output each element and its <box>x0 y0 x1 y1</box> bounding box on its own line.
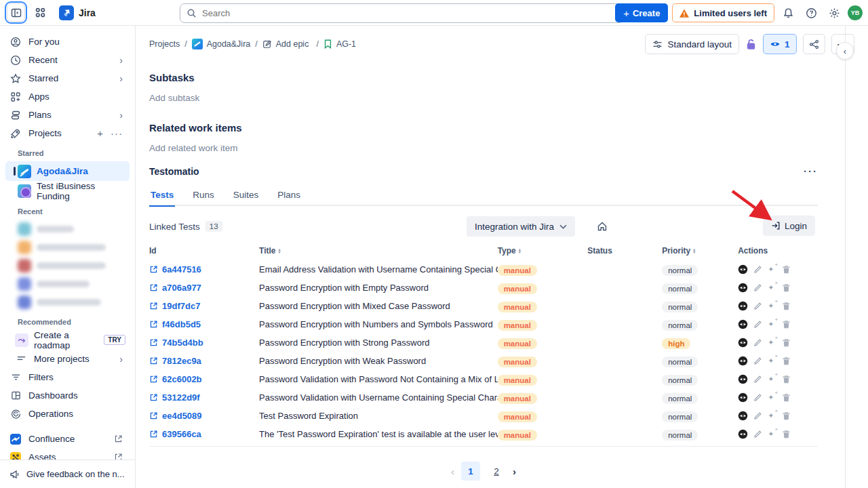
test-id-link[interactable]: 639566ca <box>149 429 259 439</box>
projects-more-icon[interactable]: ··· <box>111 127 123 139</box>
column-header-id[interactable]: Id <box>149 246 259 256</box>
delete-test-button[interactable] <box>782 393 791 403</box>
avatar[interactable]: YB <box>848 5 863 20</box>
app-switcher-button[interactable] <box>31 3 50 22</box>
sidebar-item-apps[interactable]: Apps <box>5 87 130 106</box>
login-button[interactable]: Login <box>763 216 815 236</box>
sidebar-item-dashboards[interactable]: Dashboards <box>5 386 130 405</box>
tab-tests[interactable]: Tests <box>149 187 175 207</box>
search-input[interactable] <box>180 3 624 23</box>
ai-sparkle-button[interactable]: ✦ <box>768 283 776 292</box>
collapse-panel-button[interactable]: ‹ <box>836 42 854 60</box>
test-id-link[interactable]: 19df7dc7 <box>149 301 259 311</box>
column-header-status[interactable]: Status <box>587 246 662 256</box>
sidebar-item-recent[interactable]: Recent › <box>5 51 130 69</box>
view-test-button[interactable] <box>738 392 748 403</box>
breadcrumb-add-epic[interactable]: Add epic <box>262 39 309 49</box>
edit-test-button[interactable] <box>753 411 762 420</box>
add-project-icon[interactable]: + <box>97 127 104 139</box>
recent-project-item[interactable] <box>5 274 130 293</box>
edit-test-button[interactable] <box>753 375 762 384</box>
edit-test-button[interactable] <box>753 430 762 439</box>
breadcrumb-project[interactable]: Agoda&Jira <box>192 39 251 49</box>
tab-suites[interactable]: Suites <box>232 187 260 205</box>
edit-test-button[interactable] <box>753 338 762 347</box>
edit-test-button[interactable] <box>753 283 762 292</box>
view-test-button[interactable] <box>738 283 748 293</box>
unlock-button[interactable] <box>745 39 757 50</box>
sidebar-item-more-projects[interactable]: More projects › <box>5 350 130 368</box>
test-id-link[interactable]: 62c6002b <box>149 374 259 384</box>
sidebar-item-projects[interactable]: Projects +··· <box>5 124 130 142</box>
sidebar-project-test-ibusiness[interactable]: Test iBusiness Funding <box>5 181 130 201</box>
edit-test-button[interactable] <box>753 320 762 329</box>
sidebar-item-filters[interactable]: Filters <box>5 368 130 386</box>
test-id-link[interactable]: a706a977 <box>149 283 259 293</box>
delete-test-button[interactable] <box>782 283 791 293</box>
edit-test-button[interactable] <box>753 357 762 365</box>
home-button[interactable] <box>597 221 608 232</box>
sidebar-item-plans[interactable]: Plans › <box>5 106 130 124</box>
share-button[interactable] <box>803 34 825 54</box>
create-button[interactable]: + Create <box>615 3 668 22</box>
delete-test-button[interactable] <box>782 430 791 439</box>
delete-test-button[interactable] <box>782 302 791 311</box>
ai-sparkle-button[interactable]: ✦ <box>768 265 776 274</box>
column-header-title[interactable]: Title▴▾ <box>259 246 498 256</box>
add-subtask-button[interactable]: Add subtask <box>149 93 818 103</box>
recent-project-item[interactable] <box>5 220 130 238</box>
tab-runs[interactable]: Runs <box>191 187 216 205</box>
delete-test-button[interactable] <box>782 338 791 348</box>
sidebar-item-starred[interactable]: Starred › <box>5 69 130 87</box>
delete-test-button[interactable] <box>782 320 791 329</box>
view-test-button[interactable] <box>738 356 748 366</box>
pagination-page-1[interactable]: 1 <box>461 462 480 481</box>
view-test-button[interactable] <box>738 338 748 348</box>
sidebar-item-create-roadmap[interactable]: ⤳ Create a roadmap TRY <box>5 330 130 350</box>
give-feedback-button[interactable]: Give feedback on the n... <box>0 460 135 488</box>
ai-sparkle-button[interactable]: ✦ <box>768 320 776 329</box>
edit-test-button[interactable] <box>753 265 762 274</box>
recent-project-item[interactable] <box>5 238 130 256</box>
view-test-button[interactable] <box>738 319 748 329</box>
integration-dropdown[interactable]: Integration with Jira <box>467 216 575 237</box>
test-id-link[interactable]: ee4d5089 <box>149 411 259 421</box>
test-id-link[interactable]: 74b5d4bb <box>149 338 259 348</box>
jira-home-link[interactable]: Jira <box>59 5 96 20</box>
ai-sparkle-button[interactable]: ✦ <box>768 411 776 420</box>
test-id-link[interactable]: f46db5d5 <box>149 319 259 329</box>
view-test-button[interactable] <box>738 264 748 274</box>
breadcrumb-projects[interactable]: Projects <box>149 39 180 49</box>
delete-test-button[interactable] <box>782 411 791 421</box>
limited-users-button[interactable]: Limited users left <box>672 3 774 22</box>
delete-test-button[interactable] <box>782 375 791 384</box>
view-test-button[interactable] <box>738 411 748 421</box>
standard-layout-button[interactable]: Standard layout <box>645 34 739 54</box>
testomatio-more-button[interactable]: ··· <box>804 165 818 177</box>
delete-test-button[interactable] <box>782 265 791 274</box>
sidebar-toggle-button[interactable] <box>7 3 25 22</box>
view-test-button[interactable] <box>738 429 748 439</box>
column-header-priority[interactable]: Priority▴▾ <box>662 246 738 256</box>
ai-sparkle-button[interactable]: ✦ <box>768 393 776 402</box>
sidebar-item-for-you[interactable]: For you <box>5 33 130 51</box>
pagination-next-button[interactable]: › <box>513 466 516 477</box>
column-header-type[interactable]: Type▴▾ <box>498 246 588 256</box>
recent-project-item[interactable] <box>5 256 130 274</box>
sidebar-project-agoda-jira[interactable]: Agoda&Jira <box>5 161 130 181</box>
ai-sparkle-button[interactable]: ✦ <box>768 357 776 365</box>
sidebar-item-assets[interactable]: Assets <box>5 448 130 460</box>
view-test-button[interactable] <box>738 374 748 384</box>
add-related-work-item-button[interactable]: Add related work item <box>149 143 818 153</box>
sidebar-item-operations[interactable]: Operations <box>5 405 130 423</box>
ai-sparkle-button[interactable]: ✦ <box>768 430 776 439</box>
recent-project-item[interactable] <box>5 293 130 311</box>
test-id-link[interactable]: 7812ec9a <box>149 356 259 366</box>
test-id-link[interactable]: 53122d9f <box>149 392 259 403</box>
watchers-button[interactable]: 1 <box>763 34 797 54</box>
tab-plans[interactable]: Plans <box>276 187 302 205</box>
notifications-button[interactable] <box>778 3 797 22</box>
sidebar-item-confluence[interactable]: Confluence <box>5 430 130 448</box>
delete-test-button[interactable] <box>782 357 791 366</box>
edit-test-button[interactable] <box>753 393 762 402</box>
